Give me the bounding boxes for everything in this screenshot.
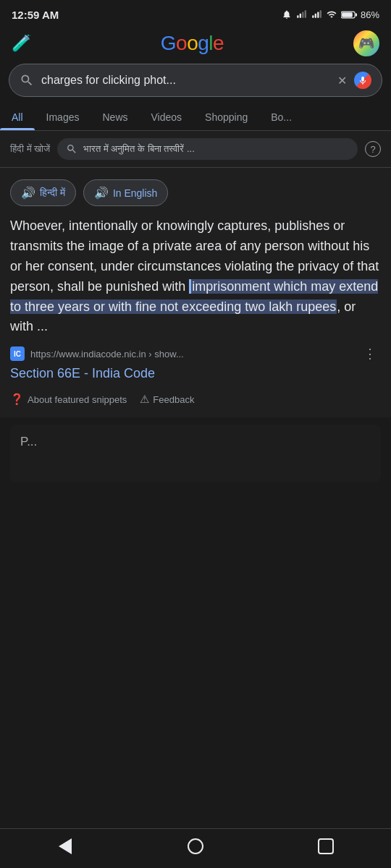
english-audio-label: In English [113,187,157,199]
tab-shopping[interactable]: Shopping [193,104,259,130]
svg-rect-2 [302,12,303,18]
search-tabs: All Images News Videos Shopping Bo... [0,104,391,131]
source-url: https://www.indiacode.nic.in › show... [30,349,184,359]
svg-rect-9 [342,12,353,17]
svg-rect-7 [320,10,321,18]
battery-icon [341,10,357,20]
source-row: IC https://www.indiacode.nic.in › show..… [10,346,381,362]
svg-rect-10 [356,13,357,16]
home-button[interactable] [185,836,206,856]
about-snippets-icon: ❓ [10,393,24,406]
clear-search-button[interactable]: ✕ [337,74,347,88]
search-icon [20,73,34,88]
flask-icon: 🧪 [12,34,31,53]
recents-icon [318,838,334,854]
svg-rect-4 [312,15,314,18]
status-bar: 12:59 AM 86% [0,0,391,26]
hindi-search-section: हिंदी में खोजें भारत में अनुमित के बिना … [0,131,391,168]
bottom-results-area: P... [0,417,391,504]
tab-more[interactable]: Bo... [259,104,303,130]
bottom-navigation [0,828,391,868]
search-bar[interactable]: charges for clicking phot... ✕ [9,64,382,97]
svg-rect-3 [305,10,306,18]
notification-bell-icon [282,9,292,20]
source-title-link[interactable]: Section 66E - India Code [10,366,381,381]
home-icon [188,838,203,854]
tab-news[interactable]: News [91,104,139,130]
recents-button[interactable] [316,836,336,856]
svg-rect-5 [315,14,316,18]
tab-images[interactable]: Images [35,104,91,130]
speaker-icon-english: 🔊 [94,186,109,200]
back-icon [59,838,72,854]
about-snippets-label: About featured snippets [28,394,127,405]
hindi-search-bar[interactable]: भारत में अनुमित के बिना तस्वीरें ... [57,138,358,160]
source-favicon: IC [10,346,25,361]
signal-bars-1-icon [295,9,307,20]
next-result-card[interactable]: P... [10,425,381,482]
about-snippets-link[interactable]: ❓ About featured snippets [10,393,127,406]
hindi-audio-button[interactable]: 🔊 हिन्दी में [10,179,76,206]
svg-rect-1 [300,14,301,18]
back-button[interactable] [55,836,75,856]
search-query: charges for clicking phot... [41,74,330,87]
search-bar-container: charges for clicking phot... ✕ [0,64,391,104]
feedback-label: Feedback [153,394,194,405]
svg-rect-0 [297,15,298,18]
source-left: IC https://www.indiacode.nic.in › show..… [10,346,184,361]
hindi-search-icon [66,143,77,155]
tab-videos[interactable]: Videos [140,104,194,130]
english-audio-button[interactable]: 🔊 In English [83,179,168,206]
voice-search-button[interactable] [354,72,371,89]
featured-snippet-card: 🔊 हिन्दी में 🔊 In English Whoever, inten… [0,168,391,417]
help-icon[interactable]: ? [365,141,381,157]
audio-buttons: 🔊 हिन्दी में 🔊 In English [10,179,381,206]
hindi-audio-label: हिन्दी में [40,187,65,199]
google-logo: Google [161,32,224,55]
signal-bars-2-icon [311,9,322,20]
snippet-text: Whoever, intentionally or knowingly capt… [10,216,381,337]
tab-all[interactable]: All [0,104,35,130]
svg-rect-6 [317,12,319,18]
user-avatar[interactable]: 🎮 [353,30,379,56]
hindi-search-text: भारत में अनुमित के बिना तस्वीरें ... [83,143,195,155]
speaker-icon-hindi: 🔊 [21,186,35,200]
status-time: 12:59 AM [12,9,59,21]
wifi-icon [326,9,337,20]
more-options-button[interactable]: ⋮ [359,346,381,362]
next-result-preview: P... [20,435,371,449]
battery-percent: 86% [361,9,379,20]
hindi-search-label: हिंदी में खोजें [10,143,50,155]
status-icons: 86% [282,9,379,20]
feedback-link[interactable]: ⚠ Feedback [140,393,194,406]
header: 🧪 Google 🎮 [0,26,391,64]
snippet-footer: ❓ About featured snippets ⚠ Feedback [10,390,381,406]
feedback-icon: ⚠ [140,393,149,406]
